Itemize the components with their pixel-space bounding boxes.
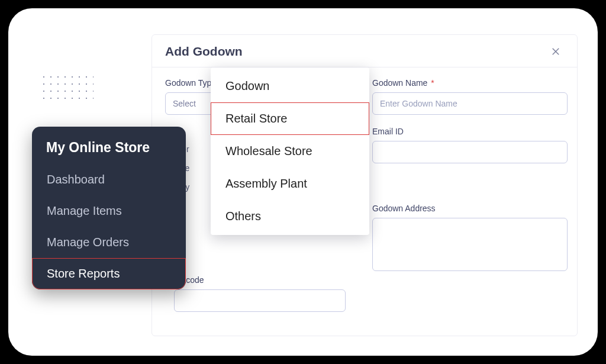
sidebar-item[interactable]: Manage Items <box>32 195 186 227</box>
address-input[interactable] <box>372 218 568 271</box>
sidebar-title: My Online Store <box>32 127 186 164</box>
email-group: Email ID <box>372 127 568 163</box>
label-text: Godown Type <box>165 78 216 88</box>
required-mark: * <box>431 78 434 88</box>
close-icon <box>550 46 561 57</box>
dropdown-option[interactable]: Assembly Plant <box>211 167 369 200</box>
pincode-group: Pincode <box>174 275 346 312</box>
form-right-column: Godown Name * Email ID Godown Address <box>372 78 568 285</box>
sidebar-item[interactable]: Store Reports <box>32 258 186 289</box>
dropdown-option[interactable]: Others <box>211 200 369 233</box>
godown-name-input[interactable] <box>372 92 568 115</box>
modal-header: Add Godown <box>152 35 577 67</box>
pincode-input[interactable] <box>174 289 346 312</box>
modal-title: Add Godown <box>165 44 243 59</box>
godown-type-dropdown: GodownRetail StoreWholesale StoreAssembl… <box>211 67 369 235</box>
godown-name-label: Godown Name * <box>372 78 568 88</box>
godown-name-group: Godown Name * <box>372 78 568 115</box>
decorative-dots <box>40 73 94 103</box>
email-label: Email ID <box>372 127 568 136</box>
sidebar-card: My Online Store DashboardManage ItemsMan… <box>32 127 186 289</box>
label-text: Godown Name <box>372 78 427 88</box>
close-button[interactable] <box>547 43 564 60</box>
dropdown-option[interactable]: Godown <box>211 70 369 102</box>
app-canvas: Add Godown Godown Type * Select <box>8 8 598 356</box>
email-input[interactable] <box>372 141 568 163</box>
dropdown-option[interactable]: Wholesale Store <box>211 135 369 167</box>
dropdown-option[interactable]: Retail Store <box>211 102 369 135</box>
address-group: Godown Address <box>372 204 568 273</box>
sidebar-item[interactable]: Manage Orders <box>32 227 186 258</box>
sidebar-item[interactable]: Dashboard <box>32 164 186 195</box>
address-label: Godown Address <box>372 204 568 213</box>
